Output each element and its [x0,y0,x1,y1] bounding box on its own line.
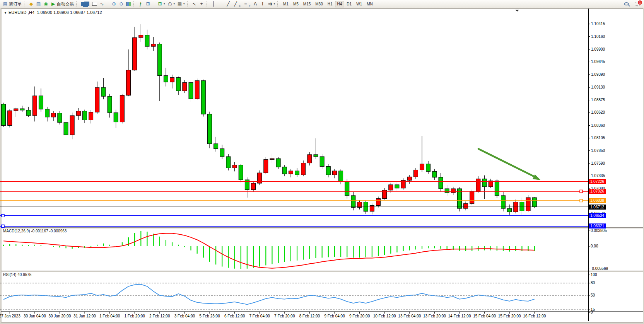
cursor-icon: ↖ [192,1,197,7]
bar-chart-icon [81,2,86,6]
new-chart-button[interactable]: ⊞▾ [156,0,166,7]
trendline-button[interactable]: ╱ [225,0,232,7]
tile-windows-button[interactable] [125,0,132,7]
toolbar-separator [207,1,209,7]
auto-trading-button-label: 自动交易 [57,1,74,7]
ohlc-values: 1.06900 1.06906 1.06687 1.06712 [37,10,102,15]
signals-button[interactable]: ◉ [42,0,50,7]
toolbar-separator [24,1,26,7]
hline-icon: ─ [219,1,224,7]
chart-canvas[interactable] [0,0,644,324]
hline-button[interactable]: ─ [217,0,225,7]
navigator-icon: ▥ [36,1,41,7]
fibonacci-icon: ≡ [243,1,248,7]
macd-signal-line [3,233,535,268]
chart-shift-marker[interactable] [515,10,519,14]
toolbar-right: 1 [624,2,642,6]
caret-icon: ▾ [174,2,175,5]
bar-chart-button[interactable] [80,0,91,7]
caret-icon: ▾ [274,2,275,5]
cursor-button[interactable]: ↖ [191,0,198,7]
line-anchor-marker[interactable] [580,190,583,193]
zoom-in-icon: ⊕ [111,1,116,7]
tile-windows-icon [126,2,131,6]
trend-arrow-head[interactable] [533,174,541,180]
new-order-button[interactable]: ▤新订单 [2,0,23,7]
vline-icon: │ [211,1,216,7]
timeframe-d1[interactable]: D1 [344,1,354,7]
line-anchor-marker[interactable] [2,214,4,217]
crosshair-button[interactable]: + [198,0,205,7]
vline-button[interactable]: │ [210,0,217,7]
candlestick-chart-icon [92,2,97,6]
rsi-indicator-label: RSI(14) 40.9575 [3,273,31,277]
timeframe-h4[interactable]: H4 [335,1,345,7]
toolbar-separator [76,1,79,7]
toolbar-separator [133,1,136,7]
market-watch-icon: ◆ [29,1,34,7]
timeframe-h1[interactable]: H1 [325,1,335,7]
channel-button[interactable]: ╱E [232,0,242,7]
line-anchor-marker[interactable] [580,199,583,202]
timeframe-m30[interactable]: M30 [313,1,325,7]
macd-indicator-label: MACD(12,26,9) -0.001167 -0.000963 [3,229,67,233]
text-button[interactable]: A [252,0,259,7]
indicators-icon: ƒ [138,1,143,7]
indicators-button[interactable]: ƒ [137,0,144,7]
objects-list-icon: ⊞ [145,1,150,7]
chart-symbol-title: ▼EURUSD-,H4 1.06900 1.06906 1.06687 1.06… [4,10,102,15]
objects-list-button[interactable]: ⊞ [144,0,152,7]
text-label-icon: T [260,1,265,7]
notifications-icon[interactable]: 1 [635,2,640,6]
line-chart-button[interactable]: ∿ [98,0,106,7]
arrows-icon: ⇉ [268,1,273,7]
channel-icon: ╱ [233,1,238,7]
arrows-button[interactable]: ⇉▾ [266,0,277,7]
text-label-button[interactable]: T [259,0,266,7]
line-anchor-marker[interactable] [2,225,4,227]
symbol-period-label: EURUSD-,H4 [9,10,34,15]
navigator-button[interactable]: ▥ [35,0,42,7]
periods-menu-button[interactable]: ◷▾ [166,0,176,7]
line-chart-icon: ∿ [99,1,104,7]
text-icon: A [253,1,258,7]
timeframe-m15[interactable]: M15 [301,1,313,7]
candlestick-chart-button[interactable] [91,0,98,7]
signals-icon: ◉ [43,1,48,7]
timeframe-w1[interactable]: W1 [354,1,364,7]
auto-trading-icon: ▶ [51,1,56,7]
new-chart-icon: ⊞ [157,1,162,7]
trend-arrow[interactable] [478,149,535,177]
toolbar-separator [107,1,109,7]
templates-button[interactable]: ▦▾ [176,0,186,7]
toolbar-separator [277,1,280,7]
toolbar-buttons: ▤新订单◆▥◉▶自动交易∿⊕⊖ƒ⊞⊞▾◷▾▦▾↖+│─╱╱E≡FAT⇉▾M1M5… [2,0,624,7]
periods-menu-icon: ◷ [167,1,173,7]
new-order-button-label: 新订单 [9,1,22,7]
application-window: ▤新订单◆▥◉▶自动交易∿⊕⊖ƒ⊞⊞▾◷▾▦▾↖+│─╱╱E≡FAT⇉▾M1M5… [0,0,644,324]
search-icon[interactable] [624,2,629,5]
main-toolbar: ▤新订单◆▥◉▶自动交易∿⊕⊖ƒ⊞⊞▾◷▾▦▾↖+│─╱╱E≡FAT⇉▾M1M5… [0,0,644,8]
templates-icon: ▦ [177,1,182,7]
market-watch-button[interactable]: ◆ [27,0,35,7]
zoom-in-button[interactable]: ⊕ [110,0,118,7]
zoom-out-icon: ⊖ [119,1,124,7]
auto-trading-button[interactable]: ▶自动交易 [50,0,75,7]
fibonacci-button[interactable]: ≡F [242,0,251,7]
trendline-icon: ╱ [226,1,231,7]
notification-badge: 1 [638,0,642,5]
crosshair-icon: + [199,1,204,7]
new-order-icon: ▤ [3,1,8,7]
chevron-down-icon[interactable]: ▼ [4,11,7,15]
timeframe-mn[interactable]: MN [364,1,375,7]
rsi-line [3,284,535,304]
caret-icon: ▾ [183,2,185,5]
toolbar-separator [153,1,155,7]
caret-icon: ▾ [164,2,165,5]
toolbar-separator [187,1,190,7]
timeframe-m1[interactable]: M1 [281,1,291,7]
zoom-out-button[interactable]: ⊖ [118,0,125,7]
timeframe-m5[interactable]: M5 [291,1,301,7]
